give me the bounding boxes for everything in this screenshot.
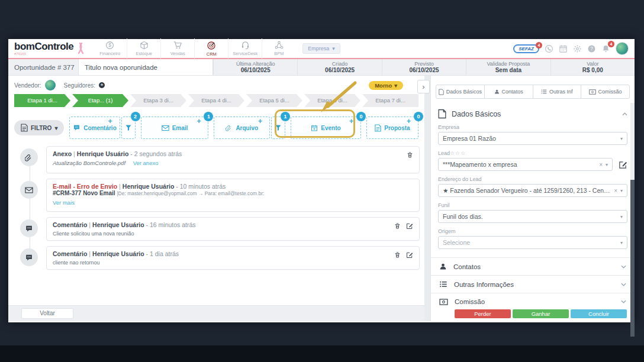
details-sidebar: Dados Básicos Contatos Outras Inf Comiss… <box>430 76 635 321</box>
filtro-button[interactable]: FILTRO ▾ <box>14 120 64 135</box>
sefaz-button[interactable]: SEFAZ 4 <box>513 44 539 53</box>
nav-module-financeiro[interactable]: $ Financeiro <box>93 38 127 59</box>
user-avatar[interactable] <box>616 42 629 55</box>
ver-mais-link[interactable]: Ver mais <box>53 199 75 206</box>
whatsapp-icon[interactable] <box>545 44 553 53</box>
vendedor-avatar[interactable] <box>45 80 56 90</box>
company-select[interactable]: Empresa ▾ <box>302 43 340 54</box>
pipeline-stage-3[interactable]: Etapa 3 di... <box>130 94 186 107</box>
calendar-icon[interactable] <box>559 44 568 53</box>
help-icon[interactable]: ? <box>587 44 596 53</box>
nav-module-bpm[interactable]: BPM <box>262 38 295 59</box>
panel-gutter <box>424 76 430 321</box>
lead-select[interactable]: ***Mapeamento x empresa × ▾ <box>438 158 613 171</box>
section-outras-informacoes[interactable]: Outras Informações <box>431 275 635 293</box>
pipeline-stage-5[interactable]: Etapa 5 di... <box>246 94 302 107</box>
section-comissao[interactable]: Comissão <box>431 293 635 310</box>
sidebar-scrollbar[interactable] <box>630 103 635 321</box>
paperclip-icon <box>20 148 38 166</box>
temperature-dropdown[interactable]: Morno ▾ <box>369 81 403 90</box>
tab-dados-basicos[interactable]: Dados Básicos <box>436 85 484 98</box>
nav-module-crm[interactable]: CRM <box>194 38 228 59</box>
pink-ribbon-icon <box>77 43 85 54</box>
funil-select[interactable]: Funil dos dias. ▾ <box>438 210 627 223</box>
scrollbar-thumb[interactable] <box>630 180 635 337</box>
clear-icon[interactable]: × <box>614 188 617 194</box>
letterbox-strip <box>0 345 644 362</box>
comment-body: cliente nao retornou <box>53 260 413 266</box>
tab-comissao[interactable]: Comissão <box>581 85 629 98</box>
chevron-up-icon[interactable] <box>622 112 627 116</box>
voltar-button[interactable]: Voltar <box>21 308 73 319</box>
timeline-entry-comment-1: Comentário|Henrique Usuário - 16 minutos… <box>20 217 420 241</box>
trash-icon[interactable] <box>394 251 401 258</box>
email-group: Email + 1 <box>141 117 209 139</box>
chevron-down-icon: ▾ <box>620 240 623 245</box>
endereco-select[interactable]: ★ Fazenda Senador Vergueiro - até 1259/1… <box>438 184 627 197</box>
nav-module-vendas[interactable]: Vendas <box>160 38 194 59</box>
empresa-label: Empresa <box>438 124 627 130</box>
pipeline-stage-7[interactable]: Etapa 7 di... <box>362 94 418 107</box>
chevron-down-icon: ▾ <box>332 46 335 51</box>
edit-lead-button[interactable] <box>619 160 627 169</box>
chevron-down-icon: ▾ <box>54 125 57 131</box>
edit-icon[interactable] <box>406 222 413 230</box>
logo[interactable]: bomControle #76165 <box>14 41 73 56</box>
add-follower-icon[interactable]: + <box>99 82 105 88</box>
trash-icon[interactable] <box>407 151 413 159</box>
proposta-group: Proposta + 0 <box>366 117 418 139</box>
add-arquivo-button[interactable]: Arquivo + <box>214 117 270 139</box>
collapse-sidebar-button[interactable]: › <box>417 80 430 93</box>
ganhar-button[interactable]: Ganhar <box>513 309 569 318</box>
logo-version: #76165 <box>14 52 73 56</box>
svg-text:?: ? <box>590 46 593 51</box>
add-proposta-button[interactable]: Proposta + <box>366 117 418 139</box>
proposta-badge: 0 <box>414 112 423 121</box>
perder-button[interactable]: Perder <box>455 309 511 318</box>
opportunity-title[interactable]: Titulo nova oporunidade <box>78 59 213 75</box>
section-contatos[interactable]: Contatos <box>431 257 635 275</box>
tab-outras-inf[interactable]: Outras Inf <box>533 85 581 98</box>
dollar-circle-icon: $ <box>105 41 114 50</box>
action-tabs: FILTRO ▾ Comentário + 2 <box>14 117 418 139</box>
tab-contatos[interactable]: Contatos <box>484 85 533 98</box>
add-comentario-button[interactable]: Comentário + <box>69 117 120 139</box>
list-icon <box>541 89 547 95</box>
funnel-icon <box>125 124 132 131</box>
svg-text:$: $ <box>108 42 111 48</box>
plus-icon: + <box>258 117 262 125</box>
logo-text: bomControle <box>14 41 73 51</box>
origem-select[interactable]: Selecione ▾ <box>438 236 627 249</box>
comentario-badge: 2 <box>131 112 140 121</box>
cart-icon <box>173 41 182 50</box>
dados-basicos-fields: Empresa Empresa 01 Razão ▾ Lead☆☆☆ ***Ma… <box>438 124 627 249</box>
nav-module-estoque[interactable]: Estoque <box>127 38 160 59</box>
email-badge: 1 <box>204 112 213 121</box>
email-meta: |De: master.henrique@yopmail.com → Para:… <box>117 190 264 196</box>
lead-rating-stars[interactable]: ☆☆☆ <box>450 150 466 156</box>
endereco-label: Endereço do Lead <box>438 176 627 182</box>
module-menu: $ Financeiro Estoque Vendas CRM ServiceD… <box>93 38 295 59</box>
paperclip-icon <box>226 124 233 132</box>
trash-icon[interactable] <box>394 222 401 230</box>
seguidores-label: Seguidores: <box>64 82 95 89</box>
header-cell-ultima-alteracao: Última Alteração 06/10/2025 <box>213 59 297 75</box>
concluir-button[interactable]: Concluir <box>571 309 627 318</box>
empresa-select[interactable]: Empresa 01 Razão ▾ <box>438 132 627 145</box>
nav-module-servicedesk[interactable]: ServiceDesk <box>228 38 262 59</box>
person-icon <box>439 263 447 270</box>
clear-icon[interactable]: × <box>599 161 603 168</box>
dados-basicos-section-header[interactable]: Dados Básicos <box>438 109 627 119</box>
envelope-icon <box>20 181 38 199</box>
bell-icon[interactable]: 4 <box>601 44 610 53</box>
edit-icon[interactable] <box>406 251 413 258</box>
banknote-icon <box>589 89 596 95</box>
comentario-group: Comentário + 2 <box>69 117 135 139</box>
pipeline-stage-1[interactable]: Etapa 1 di... <box>14 94 70 107</box>
pipeline-stage-4[interactable]: Etapa 4 di... <box>188 94 244 107</box>
ver-anexo-link[interactable]: Ver anexo <box>133 160 159 166</box>
header-cell-valor: Valor R$ 0,00 <box>550 59 635 75</box>
gear-icon[interactable] <box>573 44 582 53</box>
pipeline-stage-2[interactable]: Etap... (1) <box>72 94 128 107</box>
add-email-button[interactable]: Email + <box>141 117 209 139</box>
